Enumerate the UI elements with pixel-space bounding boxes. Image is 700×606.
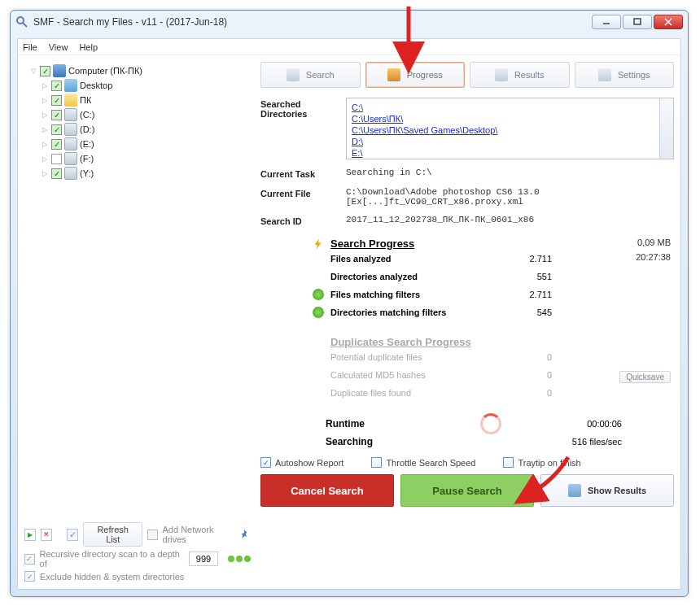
progress-icon (387, 68, 400, 81)
autoshow-option[interactable]: Autoshow Report (260, 457, 343, 468)
close-button[interactable] (654, 15, 683, 29)
dir-link[interactable]: E:\ (352, 147, 668, 159)
tree-node-desktop[interactable]: Desktop (41, 78, 251, 93)
expander-icon[interactable] (41, 111, 49, 119)
pin-icon (313, 289, 324, 300)
tree-node-drive-f[interactable]: (F:) (41, 151, 251, 166)
options-row: Autoshow Report Throttle Search Speed Tr… (260, 457, 674, 468)
option-label: Throttle Search Speed (386, 458, 475, 468)
runtime-value: 00:00:06 (540, 419, 622, 429)
exclude-hidden-checkbox[interactable] (24, 571, 35, 582)
expander-icon[interactable] (41, 125, 49, 133)
tree-node-drive-y[interactable]: (Y:) (41, 166, 251, 181)
checkbox-toggle-button[interactable]: ✓ (67, 529, 78, 541)
tree-label: (E:) (80, 139, 94, 149)
pause-search-button[interactable]: Pause Search (400, 474, 534, 507)
searched-dirs-label: Searched Directories (260, 98, 346, 159)
collapse-all-button[interactable] (41, 529, 52, 541)
bolt-icon (313, 238, 324, 250)
titlebar[interactable]: SMF - Search my Files - v11 - (2017-Jun-… (11, 11, 688, 33)
cancel-search-button[interactable]: Cancel Search (260, 474, 394, 507)
expander-icon[interactable] (41, 96, 49, 104)
tab-settings[interactable]: Settings (575, 62, 675, 88)
window-buttons (592, 15, 683, 29)
pushpin-icon[interactable] (240, 529, 251, 540)
option-label: Traytip on finish (518, 458, 580, 468)
dup-potential-value: 0 (501, 352, 552, 362)
checkbox-icon[interactable] (51, 154, 62, 164)
results-icon (495, 68, 508, 81)
svg-point-0 (17, 17, 24, 24)
folder-icon (64, 94, 77, 107)
tab-results[interactable]: Results (470, 62, 570, 88)
menu-view[interactable]: View (49, 42, 68, 52)
dup-md5-value: 0 (501, 370, 552, 380)
expander-icon[interactable] (29, 67, 37, 75)
checkbox-icon[interactable] (503, 457, 514, 468)
drive-icon (64, 123, 77, 136)
checkbox-icon[interactable] (51, 139, 62, 150)
dir-link[interactable]: C:\Users\ПК\ (352, 113, 668, 124)
add-network-checkbox[interactable] (147, 530, 157, 540)
traytip-option[interactable]: Traytip on finish (503, 457, 580, 468)
action-buttons: Cancel Search Pause Search Show Results (260, 474, 674, 507)
searched-dirs-list[interactable]: C:\ C:\Users\ПК\ C:\Users\ПК\Saved Games… (346, 98, 674, 159)
window-title: SMF - Search my Files - v11 - (2017-Jun-… (33, 16, 592, 28)
add-network-label: Add Network drives (163, 525, 235, 544)
tab-label: Search (306, 70, 335, 80)
tree-label: Computer (ПК-ПК) (68, 66, 142, 76)
tree-node-drive-d[interactable]: (D:) (41, 122, 251, 137)
expander-icon[interactable] (41, 81, 49, 89)
tree-node-drive-c[interactable]: (C:) (41, 107, 251, 122)
dir-link[interactable]: C:\ (352, 102, 668, 113)
svg-rect-3 (634, 19, 641, 24)
checkbox-icon[interactable] (371, 457, 382, 468)
expander-icon[interactable] (41, 169, 49, 177)
expander-icon[interactable] (41, 140, 49, 148)
progress-meta: 0,09 MB 20:27:38 (636, 238, 671, 267)
quicksave-button[interactable]: Quicksave (619, 371, 671, 383)
tree-node-drive-e[interactable]: (E:) (41, 137, 251, 151)
files-analyzed-value: 2.711 (501, 254, 552, 264)
button-label: Show Results (588, 486, 646, 495)
menu-help[interactable]: Help (79, 42, 98, 52)
checkbox-icon[interactable] (51, 110, 62, 120)
tab-progress[interactable]: Progress (365, 62, 466, 88)
desktop-icon (64, 79, 77, 92)
app-window: SMF - Search my Files - v11 - (2017-Jun-… (10, 10, 689, 597)
searching-label: Searching (326, 436, 456, 447)
drive-icon (64, 108, 77, 121)
checkbox-icon[interactable] (40, 66, 50, 76)
checkbox-icon[interactable] (260, 457, 271, 468)
expand-all-button[interactable] (24, 529, 36, 541)
expander-icon[interactable] (41, 155, 49, 163)
throttle-option[interactable]: Throttle Search Speed (371, 457, 475, 468)
directory-tree[interactable]: Computer (ПК-ПК) Desktop ПК (C:) (D:) (E… (24, 63, 251, 515)
checkbox-icon[interactable] (51, 124, 62, 135)
checkbox-icon[interactable] (51, 168, 62, 179)
results-icon (568, 484, 581, 497)
depth-input[interactable] (189, 552, 218, 566)
files-match-label: Files matching filters (330, 290, 501, 299)
pin-icon (313, 307, 324, 318)
dir-link[interactable]: D:\ (352, 136, 668, 147)
search-progress-title: Search Progress (330, 238, 414, 250)
dir-link[interactable]: C:\Users\ПК\Saved Games\Desktop\ (352, 124, 668, 136)
dup-found-label: Duplicate files found (330, 388, 501, 398)
refresh-list-button[interactable]: Refresh List (83, 522, 142, 547)
tree-node-computer[interactable]: Computer (ПК-ПК) (29, 63, 251, 78)
dirs-analyzed-label: Directories analyzed (330, 272, 501, 281)
recursive-checkbox[interactable] (24, 554, 35, 565)
exclude-hidden-label: Exclude hidden & system directories (40, 572, 184, 582)
show-results-button[interactable]: Show Results (540, 474, 674, 507)
minimize-button[interactable] (592, 15, 621, 29)
checkbox-icon[interactable] (51, 81, 62, 91)
tab-search[interactable]: Search (260, 62, 361, 88)
checkbox-icon[interactable] (51, 95, 62, 106)
maximize-button[interactable] (623, 15, 652, 29)
search-icon (287, 68, 300, 81)
tree-node-user[interactable]: ПК (41, 93, 251, 107)
menu-file[interactable]: File (23, 42, 37, 52)
left-pane: Computer (ПК-ПК) Desktop ПК (C:) (D:) (E… (18, 57, 256, 589)
search-id-label: Search ID (260, 215, 346, 226)
